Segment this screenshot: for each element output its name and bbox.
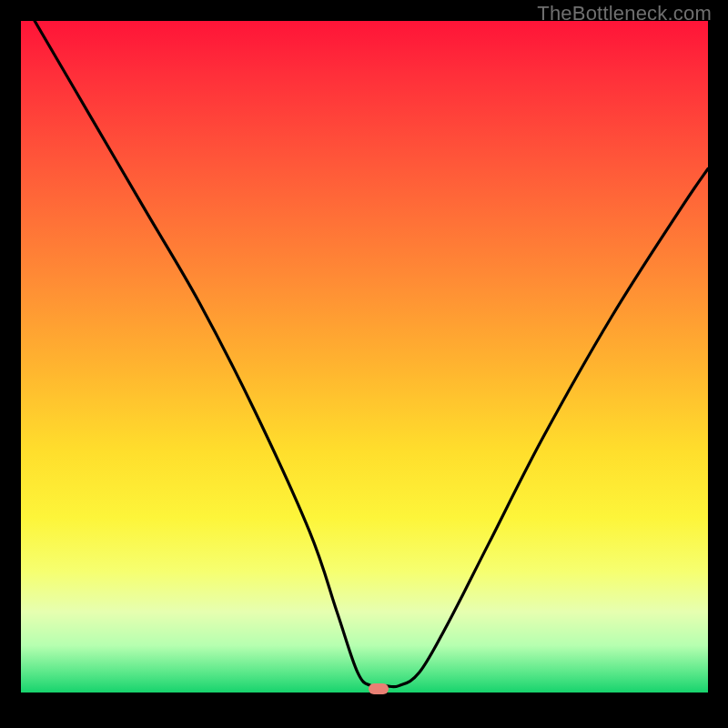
plot-area (21, 21, 708, 693)
curve-svg (21, 21, 708, 693)
minimum-marker (369, 683, 389, 694)
bottleneck-curve (35, 21, 708, 687)
watermark-text: TheBottleneck.com (537, 2, 712, 25)
chart-frame: TheBottleneck.com (0, 0, 728, 728)
